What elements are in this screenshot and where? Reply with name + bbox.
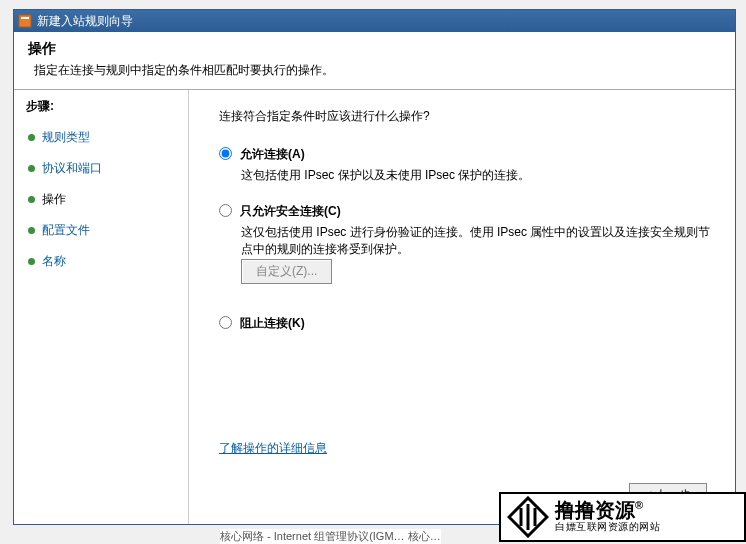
step-action[interactable]: 操作 bbox=[26, 187, 182, 212]
option-allow-desc: 这包括使用 IPsec 保护以及未使用 IPsec 保护的连接。 bbox=[241, 167, 715, 184]
option-allow-secure-row[interactable]: 只允许安全连接(C) bbox=[219, 202, 715, 220]
step-rule-type[interactable]: 规则类型 bbox=[26, 125, 182, 150]
steps-heading: 步骤: bbox=[26, 98, 182, 115]
page-title: 操作 bbox=[28, 40, 721, 58]
step-name[interactable]: 名称 bbox=[26, 249, 182, 274]
bullet-icon bbox=[28, 258, 35, 265]
bullet-icon bbox=[28, 165, 35, 172]
wizard-window: 新建入站规则向导 操作 指定在连接与规则中指定的条件相匹配时要执行的操作。 步骤… bbox=[13, 9, 736, 525]
overlay-tagline: 白嫖互联网资源的网站 bbox=[555, 520, 660, 534]
bullet-icon bbox=[28, 134, 35, 141]
svg-rect-1 bbox=[21, 17, 29, 19]
overlay-brand: 撸撸资源® bbox=[555, 500, 660, 520]
option-block-label: 阻止连接(K) bbox=[240, 315, 305, 332]
prompt-text: 连接符合指定条件时应该进行什么操作? bbox=[219, 108, 715, 125]
svg-rect-0 bbox=[19, 15, 31, 27]
radio-allow[interactable] bbox=[219, 147, 232, 160]
window-title: 新建入站规则向导 bbox=[37, 13, 133, 30]
overlay-text: 撸撸资源® 白嫖互联网资源的网站 bbox=[555, 500, 660, 534]
overlay-logo-icon bbox=[507, 496, 549, 538]
option-allow-secure-desc: 这仅包括使用 IPsec 进行身份验证的连接。使用 IPsec 属性中的设置以及… bbox=[241, 224, 715, 258]
step-label: 操作 bbox=[42, 191, 66, 208]
step-protocol-port[interactable]: 协议和端口 bbox=[26, 156, 182, 181]
wizard-icon bbox=[18, 14, 32, 28]
step-profile[interactable]: 配置文件 bbox=[26, 218, 182, 243]
step-label: 配置文件 bbox=[42, 222, 90, 239]
body: 步骤: 规则类型 协议和端口 操作 配置文件 名称 连 bbox=[14, 90, 735, 524]
step-label: 名称 bbox=[42, 253, 66, 270]
step-label: 规则类型 bbox=[42, 129, 90, 146]
bg-row-text: 核心网络 - Internet 组管理协议(IGM… 核心… bbox=[220, 529, 441, 544]
titlebar: 新建入站规则向导 bbox=[14, 10, 735, 32]
steps-sidebar: 步骤: 规则类型 协议和端口 操作 配置文件 名称 bbox=[14, 90, 189, 524]
radio-block[interactable] bbox=[219, 316, 232, 329]
bullet-icon bbox=[28, 196, 35, 203]
learn-more-link[interactable]: 了解操作的详细信息 bbox=[219, 440, 715, 457]
step-label: 协议和端口 bbox=[42, 160, 102, 177]
main-pane: 连接符合指定条件时应该进行什么操作? 允许连接(A) 这包括使用 IPsec 保… bbox=[189, 90, 735, 524]
radio-allow-secure[interactable] bbox=[219, 204, 232, 217]
option-allow-secure-label: 只允许安全连接(C) bbox=[240, 203, 341, 220]
header-section: 操作 指定在连接与规则中指定的条件相匹配时要执行的操作。 bbox=[14, 32, 735, 90]
option-allow: 允许连接(A) 这包括使用 IPsec 保护以及未使用 IPsec 保护的连接。 bbox=[219, 145, 715, 184]
option-block: 阻止连接(K) bbox=[219, 314, 715, 332]
option-allow-row[interactable]: 允许连接(A) bbox=[219, 145, 715, 163]
page-description: 指定在连接与规则中指定的条件相匹配时要执行的操作。 bbox=[34, 62, 721, 79]
option-allow-secure: 只允许安全连接(C) 这仅包括使用 IPsec 进行身份验证的连接。使用 IPs… bbox=[219, 202, 715, 297]
bullet-icon bbox=[28, 227, 35, 234]
option-allow-label: 允许连接(A) bbox=[240, 146, 305, 163]
customize-button: 自定义(Z)... bbox=[241, 259, 332, 284]
watermark-overlay: 撸撸资源® 白嫖互联网资源的网站 bbox=[499, 492, 746, 542]
option-block-row[interactable]: 阻止连接(K) bbox=[219, 314, 715, 332]
